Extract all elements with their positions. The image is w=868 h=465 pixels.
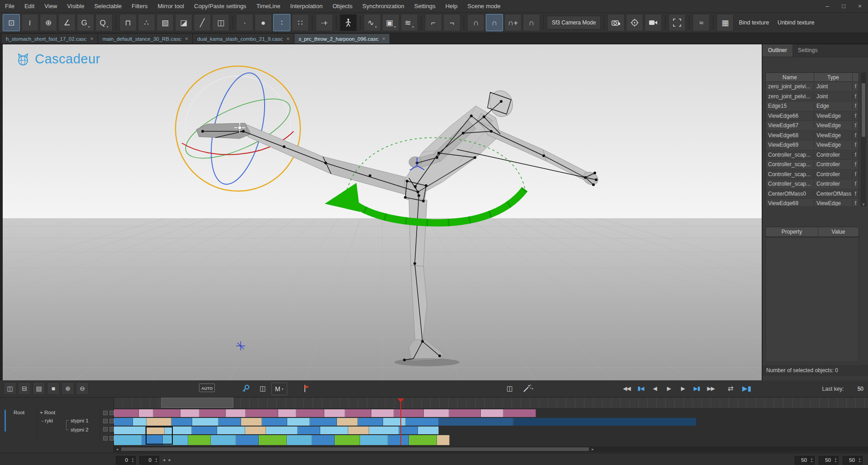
menu-filters[interactable]: Filters (127, 0, 152, 12)
tab-dual-kama-slash-combo-21-9-casc[interactable]: dual_kama_slash_combo_21_9.casc× (193, 34, 294, 43)
menu-copy-paste-settings[interactable]: Copy/Paste settings (189, 0, 251, 12)
viewport[interactable]: Cascadeur (3, 44, 762, 380)
point-quad-tool[interactable]: ∷ (292, 14, 309, 31)
step-forward-button[interactable]: ▶ (677, 382, 689, 395)
step-back-button[interactable]: ◀ (649, 382, 661, 395)
ghost-arc-alt-tool[interactable]: ∩ (523, 14, 540, 31)
panel-toggle-icon[interactable]: ◫ (256, 382, 270, 395)
timeline-key-block[interactable] (114, 435, 142, 445)
tree-toggle-icon[interactable]: + (40, 410, 43, 415)
track-visibility-checkbox[interactable] (109, 436, 114, 441)
to-start-button[interactable]: ▮◀ (635, 382, 647, 395)
tab-close-icon[interactable]: × (185, 36, 188, 42)
outliner-row[interactable]: Controller_scap...Controllerf (766, 160, 859, 170)
outliner-scrollbar[interactable]: ∨ (861, 72, 866, 206)
timeline-key-block[interactable] (409, 435, 437, 445)
select-rect-tool[interactable]: ⊡ (3, 14, 20, 31)
menu-file[interactable]: File (0, 0, 19, 12)
timeline-key-block[interactable] (449, 409, 481, 417)
timeline-key-block[interactable] (171, 418, 192, 426)
magic-wand-icon[interactable]: ▾ (519, 382, 536, 395)
timeline-key-block[interactable] (114, 418, 133, 426)
ghost-arc-tool[interactable]: ∩ (467, 14, 484, 31)
timeline-key-block[interactable] (437, 435, 450, 445)
timeline-key-block[interactable] (259, 435, 287, 445)
timeline-key-block[interactable] (358, 418, 383, 426)
timeline-key-block[interactable] (439, 418, 513, 426)
outliner-row[interactable]: ViewEdge68ViewEdgef (766, 131, 859, 141)
mode-m-button[interactable]: M▾ (271, 383, 287, 395)
timeline-key-block[interactable] (312, 435, 335, 445)
tab-main-default-stance-30-rb-casc[interactable]: main_default_stance_30_RB.casc× (98, 34, 192, 43)
tab-close-icon[interactable]: × (286, 36, 289, 42)
timeline-key-block[interactable] (199, 409, 226, 417)
tree-node-root[interactable]: + Root (40, 410, 55, 415)
jump-forward-button[interactable]: ▶▶ (705, 382, 717, 395)
tab-settings[interactable]: Settings (792, 44, 823, 57)
select-q-tool[interactable]: Q▾ (95, 14, 113, 31)
menu-edit[interactable]: Edit (19, 0, 39, 12)
video-camera-icon[interactable] (645, 14, 662, 31)
camera-target-icon[interactable] (626, 14, 643, 31)
outliner-row[interactable]: Controller_scap...Controllerf (766, 150, 859, 160)
timeline-key-block[interactable] (287, 418, 310, 426)
timeline-key-block[interactable] (218, 418, 241, 426)
timeline-key-block[interactable] (418, 427, 439, 434)
track-visibility-checkbox[interactable] (109, 411, 114, 415)
timeline-key-block[interactable] (383, 418, 406, 426)
menu-timeline[interactable]: TimeLine (251, 0, 285, 12)
tl-rows-view-icon[interactable]: ▤ (33, 382, 45, 395)
mirror-box-tool[interactable]: ◫ (212, 14, 229, 31)
tl-single-view-icon[interactable]: ■ (47, 382, 60, 395)
outliner-row[interactable]: Controller_scap...Controllerf (766, 179, 859, 189)
frame-back-icon[interactable]: ◂ (163, 457, 165, 462)
point-size-1-tool[interactable]: · (236, 14, 253, 31)
tl-add-track-icon[interactable]: ⊕ (62, 382, 74, 395)
bind-texture-button[interactable]: Bind texture (735, 16, 773, 29)
timeline-key-block[interactable] (236, 435, 259, 445)
timeline-key-block[interactable] (246, 409, 278, 417)
timeline-key-block[interactable] (335, 435, 360, 445)
corner-out-tool[interactable]: ¬ (443, 14, 460, 31)
outliner-col-type[interactable]: Type (814, 73, 852, 81)
tl-split-view-icon[interactable]: ◫ (4, 382, 16, 395)
minimize-button[interactable]: – (819, 0, 835, 12)
select-sphere-tool[interactable]: ⊕ (40, 14, 57, 31)
tree-node-ryki[interactable]: - ryki (42, 418, 53, 423)
timeline-key-block[interactable] (513, 418, 697, 426)
select-g-tool[interactable]: G▾ (77, 14, 94, 31)
timeline-key-block[interactable] (241, 418, 262, 426)
track-visibility-checkbox[interactable] (103, 427, 108, 431)
timeline-key-block[interactable] (211, 435, 236, 445)
frame-forward-icon[interactable]: ▸ (169, 457, 171, 462)
playback-mode-button[interactable]: ▶▮ (740, 382, 754, 395)
auto-key-button[interactable]: AUTO (199, 384, 215, 392)
timeline-key-block[interactable] (217, 427, 245, 434)
menu-view[interactable]: View (39, 0, 62, 12)
spinner-down-icon[interactable]: ▾ (811, 460, 812, 463)
timeline-key-block[interactable] (348, 427, 369, 434)
outliner-col-name[interactable]: Name (766, 73, 814, 81)
ghost-arc-add-tool[interactable]: ∩+ (504, 14, 522, 31)
timeline-key-block[interactable] (114, 427, 146, 434)
timeline-scale-spinner-2[interactable]: 50▴▾ (819, 456, 839, 465)
timeline-key-block[interactable] (424, 409, 449, 417)
timeline-key-block[interactable] (147, 418, 171, 426)
close-button[interactable]: × (852, 0, 868, 12)
frame-start-spinner[interactable]: 0 ▴▾ (116, 456, 136, 465)
timeline-key-block[interactable] (139, 409, 153, 417)
spinner-value[interactable]: 50 (795, 456, 809, 464)
menu-objects[interactable]: Objects (327, 0, 357, 12)
menu-help[interactable]: Help (441, 0, 463, 12)
timeline-key-block[interactable] (371, 409, 394, 417)
frame-region-tool[interactable] (669, 14, 686, 31)
mirror-points-tool[interactable]: ∴ (138, 14, 155, 31)
timeline-scrubber[interactable] (114, 398, 868, 409)
hscrollbar-thumb[interactable] (121, 447, 589, 451)
timeline-key-block[interactable] (287, 435, 312, 445)
tree-node-stypni-1[interactable]: stypni 1 (71, 418, 89, 423)
play-button[interactable]: ▶ (663, 382, 675, 395)
outliner-row[interactable]: Edge15Edgef (766, 101, 859, 111)
timeline-key-block[interactable] (360, 435, 388, 445)
motion-path-tool[interactable]: ≈ (693, 14, 710, 31)
